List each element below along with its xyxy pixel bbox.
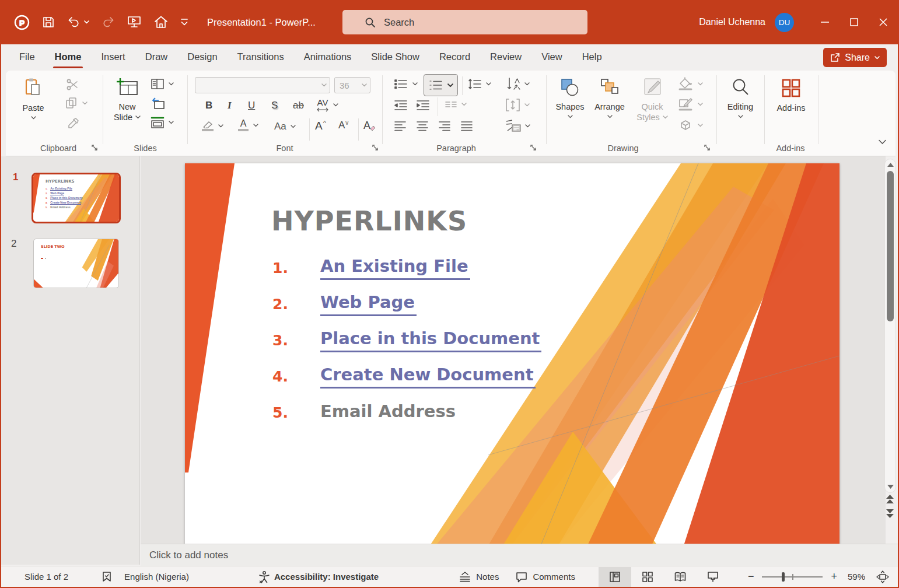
maximize-button[interactable] [839, 0, 869, 44]
scrollbar-thumb[interactable] [887, 171, 894, 321]
vertical-scrollbar[interactable] [884, 159, 896, 493]
tab-animations[interactable]: Animations [294, 44, 362, 70]
spell-check-icon[interactable] [101, 570, 113, 583]
paste-button[interactable]: Paste [15, 75, 51, 120]
addins-button[interactable]: Add-ins [771, 75, 811, 113]
zoom-out-button[interactable]: − [748, 570, 754, 583]
increase-indent-button[interactable] [416, 99, 430, 111]
hyperlink-place-in-document[interactable]: Place in this Document [320, 328, 541, 352]
tab-home[interactable]: Home [45, 44, 92, 70]
notes-placeholder[interactable]: Click to add notes [149, 550, 228, 561]
section-icon[interactable] [151, 116, 174, 129]
justify-button[interactable] [460, 120, 473, 131]
zoom-slider-knob[interactable] [782, 572, 785, 582]
drawing-dialog-launcher[interactable] [704, 144, 711, 152]
text-shadow-button[interactable]: S [271, 100, 278, 111]
close-button[interactable] [869, 0, 898, 44]
convert-to-smartart-button[interactable] [505, 119, 530, 133]
slide-layout-icon[interactable] [151, 78, 174, 90]
tab-slide-show[interactable]: Slide Show [361, 44, 429, 70]
grow-font-button[interactable]: A^ [315, 120, 326, 132]
arrange-button[interactable]: Arrange [591, 75, 628, 118]
decrease-indent-button[interactable] [394, 99, 408, 111]
reset-slide-icon[interactable] [151, 96, 166, 110]
highlight-color-button[interactable] [202, 121, 223, 131]
notes-pane[interactable]: Click to add notes [141, 544, 899, 566]
line-spacing-button[interactable] [468, 78, 491, 90]
shapes-button[interactable]: Shapes [552, 75, 588, 118]
zoom-in-button[interactable]: + [831, 570, 837, 583]
save-icon[interactable] [41, 15, 55, 29]
tab-review[interactable]: Review [480, 44, 531, 70]
tab-draw[interactable]: Draw [135, 44, 178, 70]
strikethrough-button[interactable]: ab [293, 100, 304, 111]
slide-show-button[interactable] [697, 567, 729, 587]
new-slide-button[interactable]: New Slide [109, 75, 146, 123]
slide-sorter-view-button[interactable] [631, 567, 664, 587]
hyperlink-existing-file[interactable]: An Existing File [320, 256, 470, 280]
tab-help[interactable]: Help [572, 44, 612, 70]
hyperlink-create-new-document[interactable]: Create New Document [320, 365, 536, 388]
scroll-down-icon[interactable] [887, 485, 894, 489]
language-indicator[interactable]: English (Nigeria) [124, 572, 189, 582]
ribbon-tab-row: File Home Insert Draw Design Transitions… [1, 44, 898, 71]
bold-button[interactable]: B [205, 100, 212, 111]
fit-slide-to-window-icon[interactable] [876, 570, 890, 584]
zoom-slider[interactable] [762, 576, 823, 578]
tab-insert[interactable]: Insert [91, 44, 135, 70]
slide-title[interactable]: HYPERLINKS [271, 205, 467, 237]
addins-group-label: Add-ins [755, 144, 825, 153]
comments-toggle[interactable]: Comments [515, 571, 575, 583]
slide-thumbnail-2[interactable]: SLIDE TWO [33, 239, 119, 288]
font-color-button[interactable]: A [238, 119, 258, 131]
numbering-button[interactable] [424, 74, 458, 96]
clipboard-dialog-launcher[interactable] [91, 144, 99, 152]
align-left-button[interactable] [394, 120, 407, 131]
tab-design[interactable]: Design [177, 44, 227, 70]
notes-toggle[interactable]: Notes [459, 571, 499, 583]
avatar[interactable]: DU [775, 13, 794, 32]
shrink-font-button[interactable]: Av [338, 120, 348, 131]
change-case-button[interactable]: Aa [274, 121, 296, 132]
start-slideshow-icon[interactable] [127, 15, 142, 30]
normal-view-button[interactable] [599, 567, 631, 587]
align-right-button[interactable] [438, 120, 451, 131]
share-button[interactable]: Share [823, 48, 887, 67]
collapse-ribbon-icon[interactable] [878, 139, 887, 145]
quick-styles-label-line2: Styles [636, 112, 660, 123]
italic-button[interactable]: I [228, 100, 232, 111]
tab-record[interactable]: Record [429, 44, 480, 70]
align-center-button[interactable] [416, 120, 429, 131]
undo-button[interactable] [67, 15, 89, 29]
underline-button[interactable]: U [248, 100, 255, 111]
search-input[interactable]: Search [342, 10, 587, 34]
reading-view-button[interactable] [664, 567, 697, 587]
user-name[interactable]: Daniel Uchenna [699, 17, 765, 27]
accessibility-status[interactable]: Accessibility: Investigate [274, 572, 379, 582]
paragraph-dialog-launcher[interactable] [530, 144, 537, 152]
slide-thumbnail-1[interactable]: HYPERLINKS 1.An Existing File 2.Web Page… [32, 173, 121, 223]
zoom-level[interactable]: 59% [848, 572, 865, 582]
clear-formatting-button[interactable]: A [363, 120, 376, 132]
home-icon[interactable] [153, 15, 169, 30]
slide-body-list[interactable]: 1.An Existing File 2.Web Page 3.Place in… [272, 250, 541, 430]
tab-transitions[interactable]: Transitions [228, 44, 294, 70]
hyperlink-web-page[interactable]: Web Page [320, 292, 417, 316]
font-dialog-launcher[interactable] [372, 144, 379, 152]
minimize-button[interactable] [810, 0, 839, 44]
character-spacing-button[interactable]: AV [317, 97, 338, 112]
editing-button[interactable]: Editing [721, 75, 760, 118]
font-size-combo[interactable]: 36 [334, 77, 370, 93]
tab-view[interactable]: View [531, 44, 572, 70]
font-name-combo[interactable] [195, 77, 330, 93]
previous-slide-button[interactable] [886, 495, 894, 504]
next-slide-button[interactable] [886, 509, 894, 518]
tab-file[interactable]: File [9, 44, 45, 70]
sort-text-direction-button[interactable] [505, 77, 530, 91]
scroll-up-icon[interactable] [887, 163, 894, 167]
slide-indicator[interactable]: Slide 1 of 2 [25, 572, 68, 582]
bullets-button[interactable] [394, 78, 418, 90]
slide-editor[interactable]: HYPERLINKS 1.An Existing File 2.Web Page… [185, 163, 839, 545]
customize-toolbar-icon[interactable] [180, 18, 188, 27]
quick-styles-button: Quick Styles [631, 75, 673, 123]
